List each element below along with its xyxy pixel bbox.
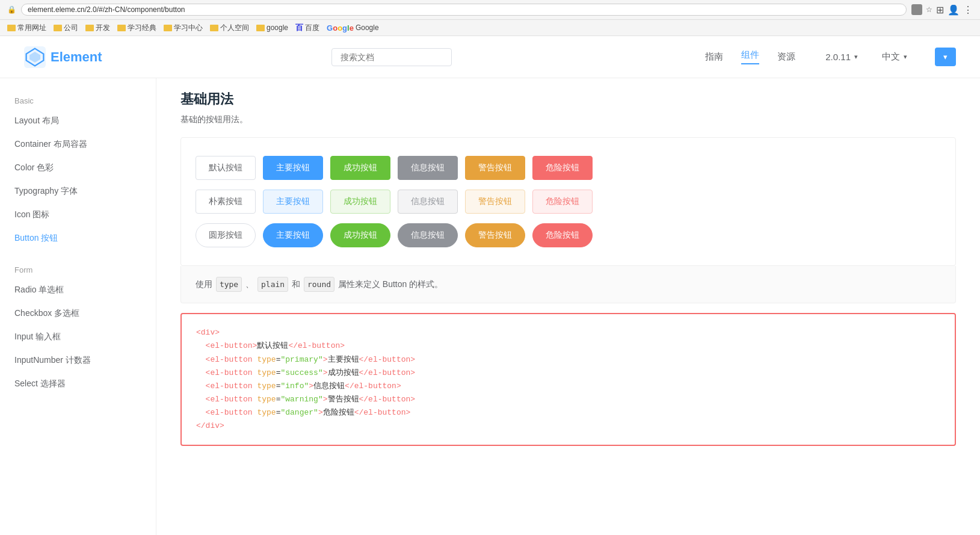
bookmark-baidu[interactable]: 百 百度 [295,22,319,33]
profile-icon[interactable]: 👤 [948,4,960,16]
btn-plain-default[interactable]: 朴素按钮 [196,190,256,214]
btn-plain-primary[interactable]: 主要按钮 [263,190,323,214]
baidu-icon: 百 [295,22,303,33]
desc-box: 使用 type 、 plain 和 round 属性来定义 Button 的样式… [180,266,956,303]
bookmark-label: google [267,23,288,32]
button-row-round: 圆形按钮 主要按钮 成功按钮 信息按钮 警告按钮 危险按钮 [196,223,941,247]
btn-plain-info[interactable]: 信息按钮 [398,190,458,214]
folder-icon [256,25,265,31]
btn-success[interactable]: 成功按钮 [330,156,390,180]
page-layout: Basic Layout 布局 Container 布局容器 Color 色彩 … [0,78,980,535]
star-icon[interactable]: ☆ [926,5,932,14]
btn-round-info[interactable]: 信息按钮 [398,223,458,247]
sidebar-item-inputnumber[interactable]: InputNumber 计数器 [0,348,156,372]
desc-mid2: 和 [292,279,303,289]
search-container [331,48,452,66]
chevron-down-icon: ▾ [904,53,907,61]
sidebar-item-checkbox[interactable]: Checkbox 多选框 [0,302,156,325]
code-block: <div> <el-button>默认按钮</el-button> <el-bu… [180,313,956,446]
bookmark-changeyongwangzhi[interactable]: 常用网址 [7,23,46,33]
sidebar-section-basic: Basic [0,90,156,109]
desc-text-before: 使用 [196,279,215,289]
bookmarks-bar: 常用网址 公司 开发 学习经典 学习中心 个人空间 google 百 百度 Go… [0,20,980,36]
section-desc: 基础的按钮用法。 [180,114,956,125]
btn-default[interactable]: 默认按钮 [196,156,256,180]
btn-round-warning[interactable]: 警告按钮 [465,223,525,247]
logo[interactable]: Element [24,46,102,68]
btn-primary[interactable]: 主要按钮 [263,156,323,180]
sidebar-item-button[interactable]: Button 按钮 [0,226,156,250]
nav-version[interactable]: 2.0.11 ▾ [825,52,858,62]
btn-round-danger[interactable]: 危险按钮 [532,223,593,247]
bookmark-personal[interactable]: 个人空间 [210,23,249,33]
nav-component[interactable]: 组件 [741,49,759,64]
bookmark-learn-center[interactable]: 学习中心 [164,23,203,33]
nav-guide[interactable]: 指南 [705,51,723,63]
page-title: 基础用法 [180,90,956,108]
sidebar-item-layout[interactable]: Layout 布局 [0,109,156,132]
desc-plain-tag: plain [257,277,288,292]
bookmark-label: 开发 [96,23,110,33]
logo-text: Element [51,49,102,65]
bookmark-label: Google [356,23,379,32]
nav-blue-button[interactable]: ▾ [935,48,956,66]
btn-plain-danger[interactable]: 危险按钮 [532,190,593,214]
folder-icon [117,25,126,31]
menu-icon[interactable]: ⋮ [963,4,973,16]
bookmark-label: 常用网址 [17,23,46,33]
code-line-5: <el-button type="info">信息按钮</el-button> [196,380,940,393]
folder-icon [7,25,16,31]
bookmark-label: 个人空间 [220,23,249,33]
sidebar-item-icon[interactable]: Icon 图标 [0,203,156,226]
nav-lang[interactable]: 中文 ▾ [882,51,907,63]
browser-actions: ☆ ⊞ 👤 ⋮ [911,4,973,16]
desc-round-tag: round [304,277,334,292]
translate-icon[interactable] [911,4,922,15]
search-input[interactable] [331,48,452,66]
sidebar: Basic Layout 布局 Container 布局容器 Color 色彩 … [0,78,156,535]
btn-round-primary[interactable]: 主要按钮 [263,223,323,247]
btn-round-success[interactable]: 成功按钮 [330,223,390,247]
bookmark-label: 学习中心 [174,23,203,33]
code-line-1: <div> [196,326,940,339]
bookmark-label: 学习经典 [128,23,156,33]
site-header: Element 指南 组件 资源 2.0.11 ▾ 中文 ▾ ▾ [0,36,980,78]
btn-round-default[interactable]: 圆形按钮 [196,223,256,247]
folder-icon [54,25,62,31]
bookmark-google[interactable]: Google Google [327,23,379,32]
code-line-2: <el-button>默认按钮</el-button> [196,339,940,353]
code-line-7: <el-button type="danger">危险按钮</el-button… [196,406,940,419]
btn-info[interactable]: 信息按钮 [398,156,458,180]
button-row-plain: 朴素按钮 主要按钮 成功按钮 信息按钮 警告按钮 危险按钮 [196,190,941,214]
btn-danger[interactable]: 危险按钮 [532,156,593,180]
code-line-6: <el-button type="warning">警告按钮</el-butto… [196,393,940,406]
browser-url[interactable]: element.eleme.cn/2.0/#/zh-CN/component/b… [21,4,907,16]
bookmark-company[interactable]: 公司 [54,23,78,33]
bookmark-label: 百度 [305,23,319,33]
bookmark-dev[interactable]: 开发 [85,23,110,33]
sidebar-item-select[interactable]: Select 选择器 [0,372,156,395]
sidebar-section-form: Form [0,259,156,278]
logo-icon [24,46,46,68]
bookmark-google-folder[interactable]: google [256,23,288,32]
nav-links: 指南 组件 资源 2.0.11 ▾ 中文 ▾ ▾ [705,48,956,66]
sidebar-item-container[interactable]: Container 布局容器 [0,132,156,156]
sidebar-item-radio[interactable]: Radio 单选框 [0,278,156,302]
lock-icon: 🔒 [7,5,16,14]
demo-box: 默认按钮 主要按钮 成功按钮 信息按钮 警告按钮 危险按钮 朴素按钮 主要按钮 … [180,137,956,266]
sidebar-item-color[interactable]: Color 色彩 [0,156,156,179]
nav-resource[interactable]: 资源 [777,51,795,63]
code-line-4: <el-button type="success">成功按钮</el-butto… [196,366,940,380]
folder-icon [210,25,218,31]
extension-icon[interactable]: ⊞ [936,4,944,16]
sidebar-item-input[interactable]: Input 输入框 [0,325,156,348]
desc-type-tag: type [216,277,242,292]
sidebar-item-typography[interactable]: Typography 字体 [0,179,156,203]
btn-warning[interactable]: 警告按钮 [465,156,525,180]
main-content: 基础用法 基础的按钮用法。 默认按钮 主要按钮 成功按钮 信息按钮 警告按钮 危… [156,78,980,535]
button-row-normal: 默认按钮 主要按钮 成功按钮 信息按钮 警告按钮 危险按钮 [196,156,941,180]
bookmark-learn-classic[interactable]: 学习经典 [117,23,156,33]
btn-plain-warning[interactable]: 警告按钮 [465,190,525,214]
code-line-3: <el-button type="primary">主要按钮</el-butto… [196,353,940,366]
btn-plain-success[interactable]: 成功按钮 [330,190,390,214]
